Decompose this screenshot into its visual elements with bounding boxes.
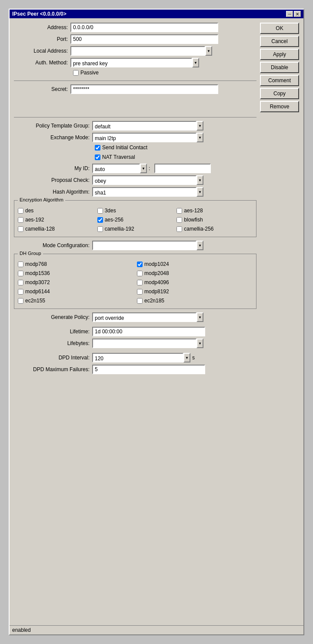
- mode-configuration-arrow[interactable]: ▼: [196, 241, 203, 250]
- enc-aes192-label: aes-192: [25, 217, 44, 223]
- dh-modp6144-label: modp6144: [25, 288, 50, 295]
- sidebar: OK Cancel Apply Disable Comment Copy Rem…: [260, 23, 299, 389]
- hash-algorithm-arrow[interactable]: ▼: [196, 187, 203, 197]
- auth-method-arrow[interactable]: ▼: [192, 58, 199, 67]
- enc-blowfish-row: blowfish: [176, 217, 253, 223]
- dh-modp1024-checkbox[interactable]: [137, 262, 143, 267]
- enc-blowfish-checkbox[interactable]: [176, 217, 182, 223]
- exchange-mode-select: main l2tp ▼: [92, 133, 203, 142]
- apply-button[interactable]: Apply: [260, 49, 299, 60]
- lifebytes-label: Lifebytes:: [14, 340, 92, 346]
- comment-button[interactable]: Comment: [260, 75, 299, 86]
- minimize-button[interactable]: ─: [286, 11, 293, 17]
- content-area: Address: Port: Local Address: ▼ Auth. Me…: [10, 18, 303, 394]
- enc-des-label: des: [25, 208, 33, 214]
- lifetime-input[interactable]: [92, 327, 205, 336]
- local-address-value[interactable]: [70, 46, 205, 56]
- hash-algorithm-value[interactable]: sha1: [92, 187, 196, 197]
- send-initial-contact-label: Send Initial Contact: [102, 144, 147, 151]
- my-id-controls: auto ▼ :: [92, 164, 211, 173]
- nat-traversal-checkbox[interactable]: [95, 154, 100, 160]
- exchange-mode-arrow[interactable]: ▼: [196, 133, 203, 142]
- dh-ec2n155-checkbox[interactable]: [18, 298, 23, 304]
- local-address-arrow[interactable]: ▼: [205, 46, 212, 56]
- send-initial-contact-row: Send Initial Contact: [95, 144, 256, 152]
- passive-checkbox[interactable]: [73, 70, 79, 76]
- my-id-text-input[interactable]: [154, 164, 211, 173]
- lifebytes-arrow[interactable]: ▼: [196, 339, 203, 348]
- dh-modp3072-checkbox[interactable]: [18, 280, 23, 285]
- dh-modp1024-label: modp1024: [144, 261, 169, 267]
- lifebytes-row: Lifebytes: ▼: [14, 339, 256, 348]
- enc-camellia256-checkbox[interactable]: [176, 226, 182, 232]
- my-id-select-value[interactable]: auto: [92, 164, 140, 173]
- copy-button[interactable]: Copy: [260, 88, 299, 99]
- dh-modp1536-checkbox[interactable]: [18, 271, 23, 276]
- proposal-check-value[interactable]: obey: [92, 175, 196, 185]
- dh-modp2048-label: modp2048: [144, 270, 169, 276]
- dh-group-checkboxes: modp768 modp1024 modp1536 modp2048: [18, 258, 253, 305]
- lifebytes-value[interactable]: [92, 339, 196, 348]
- send-initial-contact-checkbox[interactable]: [95, 145, 100, 151]
- dh-ec2n185-checkbox[interactable]: [137, 298, 143, 304]
- enc-des-checkbox[interactable]: [18, 208, 23, 214]
- policy-template-group-select: default ▼: [92, 121, 203, 131]
- dh-ec2n185-row: ec2n185: [137, 298, 253, 304]
- dh-modp2048-checkbox[interactable]: [137, 271, 143, 276]
- dpd-max-failures-input[interactable]: [92, 365, 205, 374]
- exchange-mode-value[interactable]: main l2tp: [92, 133, 196, 142]
- enc-camellia192-checkbox[interactable]: [97, 226, 103, 232]
- enc-aes256-label: aes-256: [105, 217, 123, 223]
- generate-policy-value[interactable]: port override: [92, 312, 196, 322]
- proposal-check-label: Proposal Check:: [14, 177, 92, 183]
- enc-camellia256-row: camellia-256: [176, 226, 253, 232]
- dh-modp6144-checkbox[interactable]: [18, 289, 23, 295]
- mode-configuration-value[interactable]: [92, 241, 196, 250]
- exchange-mode-row: Exchange Mode: main l2tp ▼: [14, 133, 256, 142]
- policy-template-group-arrow[interactable]: ▼: [196, 121, 203, 131]
- dh-ec2n155-row: ec2n155: [18, 298, 133, 304]
- enc-aes128-checkbox[interactable]: [176, 208, 182, 214]
- enc-3des-row: 3des: [97, 208, 173, 214]
- enc-aes192-checkbox[interactable]: [18, 217, 23, 223]
- auth-method-row: Auth. Method: pre shared key ▼: [14, 58, 256, 67]
- dh-modp8192-checkbox[interactable]: [137, 289, 143, 295]
- policy-template-group-value[interactable]: default: [92, 121, 196, 131]
- mode-configuration-label: Mode Configuration:: [14, 242, 92, 248]
- enc-3des-checkbox[interactable]: [97, 208, 103, 214]
- disable-button[interactable]: Disable: [260, 62, 299, 73]
- dh-modp4096-checkbox[interactable]: [137, 280, 143, 285]
- dh-modp768-checkbox[interactable]: [18, 262, 23, 267]
- dh-modp1536-row: modp1536: [18, 270, 133, 276]
- close-button[interactable]: ✕: [294, 11, 301, 17]
- dpd-interval-value[interactable]: 120: [92, 353, 183, 362]
- dh-ec2n155-label: ec2n155: [25, 298, 45, 304]
- dh-ec2n185-label: ec2n185: [144, 298, 164, 304]
- ok-button[interactable]: OK: [260, 23, 299, 34]
- passive-checkbox-row: Passive: [73, 70, 99, 76]
- auth-method-value[interactable]: pre shared key: [70, 58, 192, 67]
- proposal-check-arrow[interactable]: ▼: [196, 175, 203, 185]
- address-input[interactable]: [70, 23, 218, 32]
- dpd-interval-arrow[interactable]: ▼: [183, 353, 190, 362]
- port-label: Port:: [14, 36, 70, 42]
- local-address-row: Local Address: ▼: [14, 46, 256, 56]
- port-input[interactable]: [70, 34, 218, 44]
- policy-template-group-label: Policy Template Group:: [14, 123, 92, 129]
- generate-policy-arrow[interactable]: ▼: [196, 312, 203, 322]
- enc-camellia128-checkbox[interactable]: [18, 226, 23, 232]
- my-id-select-arrow[interactable]: ▼: [140, 164, 147, 173]
- enc-camellia128-row: camellia-128: [18, 226, 94, 232]
- proposal-check-row: Proposal Check: obey ▼: [14, 175, 256, 185]
- secret-input[interactable]: [70, 84, 218, 94]
- secret-label: Secret:: [14, 86, 70, 92]
- proposal-check-select: obey ▼: [92, 175, 203, 185]
- enc-aes256-row: aes-256: [97, 217, 173, 223]
- dh-modp2048-row: modp2048: [137, 270, 253, 276]
- enc-blowfish-label: blowfish: [184, 217, 203, 223]
- cancel-button[interactable]: Cancel: [260, 36, 299, 47]
- status-text: enabled: [12, 627, 31, 633]
- remove-button[interactable]: Remove: [260, 101, 299, 112]
- enc-des-row: des: [18, 208, 94, 214]
- enc-aes256-checkbox[interactable]: [97, 217, 103, 223]
